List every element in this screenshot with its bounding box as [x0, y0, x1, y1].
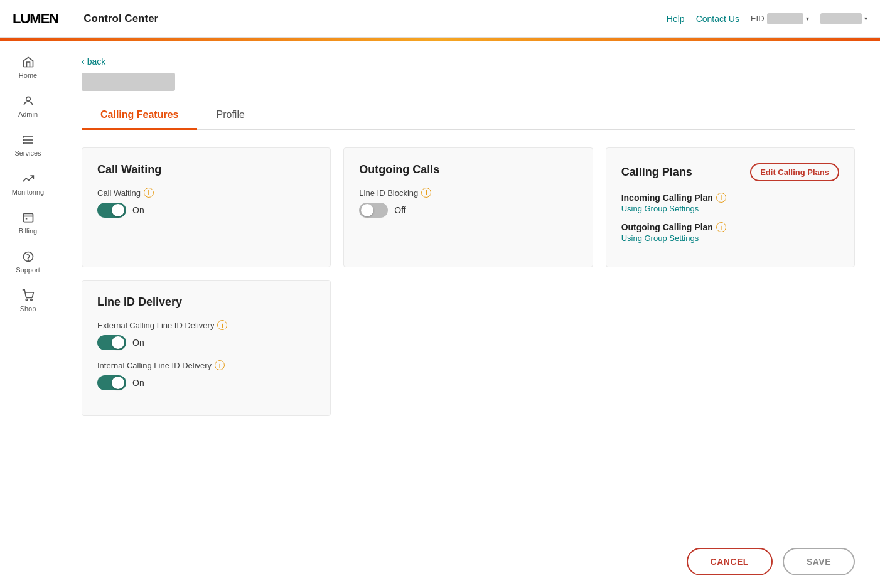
call-waiting-field-label: Call Waiting i [97, 188, 315, 198]
main-content: ‹ back ••••• •••••-•••• Calling Features… [56, 41, 880, 535]
back-label: back [87, 56, 106, 67]
internal-line-id-toggle-row: On [97, 375, 315, 390]
empty-col-2 [343, 280, 593, 416]
outgoing-calls-card: Outgoing Calls Line ID Blocking i Off [343, 147, 593, 267]
eid-value: •••••••••• [767, 13, 803, 24]
sidebar-item-monitoring[interactable]: Monitoring [0, 164, 56, 203]
top-nav: LUMEN Control Center Help Contact Us EID… [0, 0, 880, 38]
line-id-delivery-card: Line ID Delivery External Calling Line I… [82, 280, 331, 416]
tab-profile[interactable]: Profile [197, 103, 263, 130]
sidebar: Home Admin Servi [0, 41, 56, 588]
logo-text: LUMEN [13, 11, 58, 27]
eid-chevron-icon: ▾ [806, 15, 809, 22]
call-waiting-card-title: Call Waiting [97, 163, 315, 176]
billing-icon [21, 211, 35, 225]
back-link[interactable]: ‹ back [82, 56, 855, 67]
incoming-calling-plan-section: Incoming Calling Plan i Using Group Sett… [621, 193, 839, 213]
footer-bar: CANCEL SAVE [56, 535, 880, 588]
app-title: Control Center [83, 13, 667, 25]
page-title-blurred: ••••• •••••-•••• [82, 73, 175, 91]
empty-col-3 [606, 280, 855, 416]
tab-calling-features[interactable]: Calling Features [82, 103, 197, 130]
outgoing-plan-value: Using Group Settings [621, 233, 839, 243]
internal-line-id-toggle-label: On [132, 378, 144, 388]
services-icon [21, 133, 35, 147]
admin-icon [21, 94, 35, 108]
shop-icon [21, 289, 35, 302]
internal-line-id-toggle-knob [112, 377, 124, 389]
call-waiting-card: Call Waiting Call Waiting i On [82, 147, 331, 267]
external-line-id-toggle-row: On [97, 335, 315, 350]
page-title: ••••• •••••-•••• [82, 74, 855, 90]
sidebar-item-support[interactable]: Support [0, 242, 56, 281]
call-waiting-toggle-knob [112, 204, 124, 216]
home-icon [21, 55, 35, 69]
help-link[interactable]: Help [667, 14, 685, 24]
external-line-id-toggle-knob [112, 336, 124, 349]
svg-rect-7 [23, 213, 33, 222]
incoming-plan-label: Incoming Calling Plan i [621, 193, 839, 203]
incoming-plan-value: Using Group Settings [621, 204, 839, 213]
sidebar-item-admin[interactable]: Admin [0, 87, 56, 126]
svg-point-0 [26, 97, 30, 101]
incoming-plan-info-icon[interactable]: i [716, 193, 726, 203]
logo: LUMEN [13, 11, 58, 27]
sidebar-label-home: Home [19, 72, 37, 79]
support-icon [21, 250, 35, 264]
line-id-blocking-toggle-knob [361, 204, 373, 216]
call-waiting-toggle[interactable] [97, 203, 126, 218]
tab-bar: Calling Features Profile [82, 103, 855, 130]
line-id-blocking-label: Line ID Blocking i [359, 188, 577, 198]
sidebar-label-services: Services [14, 149, 41, 157]
line-id-blocking-info-icon[interactable]: i [421, 188, 431, 198]
call-waiting-toggle-row: On [97, 203, 315, 218]
sidebar-item-home[interactable]: Home [0, 48, 56, 87]
sidebar-label-monitoring: Monitoring [12, 188, 44, 196]
edit-calling-plans-button[interactable]: Edit Calling Plans [750, 163, 839, 181]
cards-row-2: Line ID Delivery External Calling Line I… [82, 280, 855, 416]
sidebar-label-shop: Shop [20, 305, 36, 313]
svg-point-12 [26, 299, 28, 301]
call-waiting-info-icon[interactable]: i [144, 188, 154, 198]
outgoing-calls-card-title: Outgoing Calls [359, 163, 577, 176]
save-button[interactable]: SAVE [783, 548, 855, 575]
svg-point-13 [30, 299, 32, 301]
sidebar-item-billing[interactable]: Billing [0, 203, 56, 242]
user-value: •••••••••••• [820, 13, 862, 24]
user-dropdown[interactable]: •••••••••••• ▾ [820, 13, 867, 24]
sidebar-item-services[interactable]: Services [0, 126, 56, 164]
line-id-delivery-card-title: Line ID Delivery [97, 296, 315, 309]
internal-line-id-info-icon[interactable]: i [215, 360, 225, 370]
external-line-id-label: External Calling Line ID Delivery i [97, 320, 315, 330]
sidebar-item-shop[interactable]: Shop [0, 281, 56, 320]
sidebar-label-billing: Billing [19, 227, 37, 235]
eid-dropdown[interactable]: EID •••••••••• ▾ [751, 13, 809, 24]
cancel-button[interactable]: CANCEL [687, 548, 773, 575]
outgoing-calling-plan-section: Outgoing Calling Plan i Using Group Sett… [621, 222, 839, 243]
back-chevron-icon: ‹ [82, 56, 85, 67]
header-right: Help Contact Us EID •••••••••• ▾ •••••••… [667, 13, 867, 24]
contact-us-link[interactable]: Contact Us [696, 14, 739, 24]
external-line-id-toggle-label: On [132, 338, 144, 348]
eid-label: EID [751, 14, 765, 23]
svg-point-11 [28, 260, 28, 260]
internal-line-id-label: Internal Calling Line ID Delivery i [97, 360, 315, 370]
outgoing-plan-label: Outgoing Calling Plan i [621, 222, 839, 232]
external-line-id-toggle[interactable] [97, 335, 126, 350]
page-layout: Home Admin Servi [0, 41, 880, 588]
sidebar-label-admin: Admin [18, 110, 38, 118]
line-id-blocking-toggle-row: Off [359, 203, 577, 218]
user-chevron-icon: ▾ [864, 15, 867, 22]
sidebar-label-support: Support [16, 266, 40, 274]
line-id-blocking-toggle[interactable] [359, 203, 388, 218]
outgoing-plan-info-icon[interactable]: i [716, 222, 726, 232]
internal-line-id-toggle[interactable] [97, 375, 126, 390]
line-id-blocking-toggle-label: Off [394, 205, 405, 215]
call-waiting-toggle-label: On [132, 205, 144, 215]
monitoring-icon [21, 172, 35, 186]
calling-plans-card-title: Calling Plans Edit Calling Plans [621, 163, 839, 181]
cards-row-1: Call Waiting Call Waiting i On [82, 147, 855, 267]
calling-plans-card: Calling Plans Edit Calling Plans Incomin… [606, 147, 855, 267]
external-line-id-info-icon[interactable]: i [217, 320, 227, 330]
